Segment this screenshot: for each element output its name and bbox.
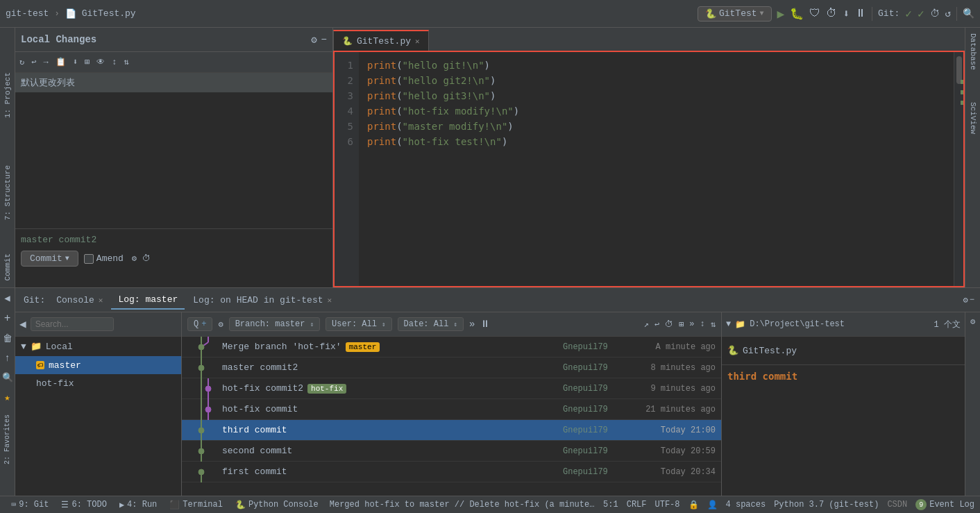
tab-terminal[interactable]: ⬛ Terminal	[164, 496, 228, 513]
breadcrumb-filename[interactable]: GitTest.py	[82, 8, 136, 19]
tab-close-icon[interactable]: ✕	[415, 37, 420, 46]
tab-python-console[interactable]: 🐍 Python Console	[230, 496, 324, 513]
project-tab[interactable]: 1: Project	[2, 69, 13, 121]
folder-icon: 📁	[31, 341, 42, 352]
back-arrow[interactable]: ◀	[4, 292, 10, 304]
commit-tab[interactable]: Commit	[2, 251, 13, 284]
log-toolbar-6[interactable]: ↕	[700, 319, 705, 329]
commit-button[interactable]: Commit ▼	[21, 251, 78, 267]
push-icon[interactable]: ↑	[4, 353, 10, 364]
db-icon[interactable]: ⚙	[970, 317, 975, 327]
add-icon[interactable]: +	[4, 312, 11, 325]
run-config-selector[interactable]: 🐍 GitTest ▼	[698, 6, 772, 22]
status-message: Merged hot-fix to master // Delete hot-f…	[330, 500, 603, 510]
user-filter-btn[interactable]: User: All ⇕	[326, 317, 391, 331]
bottom-minimize-icon[interactable]: −	[970, 295, 974, 305]
editor-tab-bar: 🐍 GitTest.py ✕	[333, 28, 965, 52]
event-log[interactable]: 9 Event Log	[915, 499, 974, 510]
commit-detail-title: third commit	[727, 371, 959, 382]
local-group-header[interactable]: ▼ 📁 Local	[15, 337, 181, 356]
update-button[interactable]: ⬇	[843, 7, 850, 21]
filter-more[interactable]: »	[469, 319, 475, 330]
commit-row-6[interactable]: first commit Gnepuil79 Today 20:34	[182, 462, 721, 482]
git-check2[interactable]: ✓	[918, 7, 924, 21]
git-log-commits: Q+ ⚙ Branch: master ⇕ User: All ⇕ Date: …	[182, 312, 722, 513]
right-file-item[interactable]: 🐍 GitTest.py	[727, 342, 959, 359]
bottom-tab-bar: Git: Console ✕ Log: master Log: on HEAD …	[15, 288, 980, 312]
code-editor[interactable]: 1 2 3 4 5 6 print("hello git!\n") print(…	[333, 52, 965, 287]
branch-filter-btn[interactable]: Branch: master ⇕	[229, 317, 320, 331]
branch-master[interactable]: 🏷 master	[15, 356, 181, 374]
commit-6-msg: first commit	[222, 466, 287, 477]
bottom-right-strip: ⚙	[965, 312, 980, 513]
star-icon[interactable]: ★	[4, 392, 10, 403]
sciview-tab[interactable]: SciView	[968, 99, 979, 137]
log-toolbar-5[interactable]: »	[689, 319, 694, 329]
log-toolbar-4[interactable]: ⊞	[679, 319, 684, 330]
delete-icon[interactable]: 🗑	[3, 333, 12, 344]
database-tab[interactable]: Database	[968, 31, 979, 73]
expand-icon[interactable]: ⇅	[124, 57, 128, 67]
commit-row-5[interactable]: second commit Gnepuil79 Today 20:59	[182, 441, 721, 462]
tab-console[interactable]: Console ✕	[49, 290, 110, 310]
svg-point-11	[205, 407, 211, 412]
tab-log-head[interactable]: Log: on HEAD in git-test ✕	[186, 290, 339, 310]
git-check1[interactable]: ✓	[905, 7, 912, 21]
commit-history-icon[interactable]: ⏱	[142, 253, 151, 264]
commit-5-msg: second commit	[222, 446, 292, 456]
coverage-button[interactable]: 🛡	[809, 7, 820, 20]
commit-settings-icon[interactable]: ⚙	[132, 253, 137, 264]
download-icon[interactable]: ⬇	[73, 57, 78, 67]
pause-button[interactable]: ⏸	[855, 7, 866, 20]
file-group-header[interactable]: 默认更改列表	[15, 73, 332, 92]
commit-row-2[interactable]: hot-fix commit2 hot-fix Gnepuil79 9 minu…	[182, 378, 721, 399]
git-history[interactable]: ⏱	[930, 8, 940, 19]
status-bar: ⌨ 9: Git ☰ 6: TODO ▶ 4: Run ⬛ Terminal 🐍…	[0, 496, 980, 513]
sort-icon[interactable]: ↕	[112, 58, 117, 67]
amend-checkbox[interactable]: Amend	[84, 253, 124, 264]
rollback-icon[interactable]: ↩	[31, 57, 36, 67]
code-content[interactable]: print("hello git!\n") print("hello git2!…	[359, 52, 954, 286]
global-search[interactable]: 🔍	[963, 8, 974, 19]
log-toolbar-1[interactable]: ↗	[644, 319, 649, 330]
tab-git[interactable]: ⌨ 9: Git	[6, 496, 54, 513]
git-undo[interactable]: ↺	[945, 8, 951, 19]
search-q-btn[interactable]: Q+	[187, 317, 212, 331]
date-filter-btn[interactable]: Date: All ⇕	[398, 317, 464, 331]
commit-4-msg: third commit	[222, 425, 287, 435]
minimize-icon[interactable]: −	[321, 34, 327, 45]
eye-icon[interactable]: 👁	[96, 57, 105, 67]
run-button[interactable]: ▶	[777, 6, 785, 22]
bottom-settings-icon[interactable]: ⚙	[963, 295, 968, 305]
tab-todo[interactable]: ☰ 6: TODO	[56, 496, 112, 513]
search-icon[interactable]: 🔍	[2, 372, 13, 383]
structure-tab[interactable]: 7: Structure	[2, 162, 13, 223]
commit-row-0[interactable]: Merge branch 'hot-fix' master Gnepuil79 …	[182, 337, 721, 358]
branch-search-input[interactable]	[31, 317, 114, 331]
editor-tab-gittest[interactable]: 🐍 GitTest.py ✕	[333, 30, 429, 51]
changes-toolbar: ↻ ↩ → 📋 ⬇ ⊞ 👁 ↕ ⇅	[15, 52, 332, 73]
right-expand-icon[interactable]: ▼	[726, 319, 731, 329]
log-toolbar-7[interactable]: ⇅	[711, 319, 716, 330]
shelf-icon[interactable]: 📋	[56, 57, 66, 67]
commits-table: Merge branch 'hot-fix' master Gnepuil79 …	[182, 337, 721, 513]
commit-row-1[interactable]: master commit2 Gnepuil79 8 minutes ago	[182, 358, 721, 378]
log-toolbar-2[interactable]: ↩	[654, 319, 659, 330]
tab-run[interactable]: ▶ 4: Run	[114, 496, 162, 513]
badge-hot-fix: hot-fix	[307, 384, 346, 394]
tab-log-master[interactable]: Log: master	[111, 290, 185, 310]
filter-settings-icon[interactable]: ⚙	[218, 319, 223, 330]
refresh-icon[interactable]: ↻	[19, 57, 24, 67]
debug-button[interactable]: 🐛	[790, 7, 804, 21]
commit-row-4[interactable]: third commit Gnepuil79 Today 21:00	[182, 420, 721, 441]
branch-hot-fix[interactable]: hot-fix	[15, 374, 181, 392]
settings-icon[interactable]: ⚙	[311, 34, 316, 46]
breadcrumb-git-test[interactable]: git-test	[6, 8, 49, 19]
filter-pause[interactable]: ⏸	[480, 319, 490, 330]
branch-back[interactable]: ◀	[19, 317, 26, 331]
group-icon[interactable]: ⊞	[85, 57, 90, 67]
commit-row-3[interactable]: hot-fix commit Gnepuil79 21 minutes ago	[182, 399, 721, 420]
profile-button[interactable]: ⏱	[826, 7, 837, 20]
log-toolbar-3[interactable]: ⏱	[665, 319, 673, 330]
move-icon[interactable]: →	[43, 58, 48, 67]
